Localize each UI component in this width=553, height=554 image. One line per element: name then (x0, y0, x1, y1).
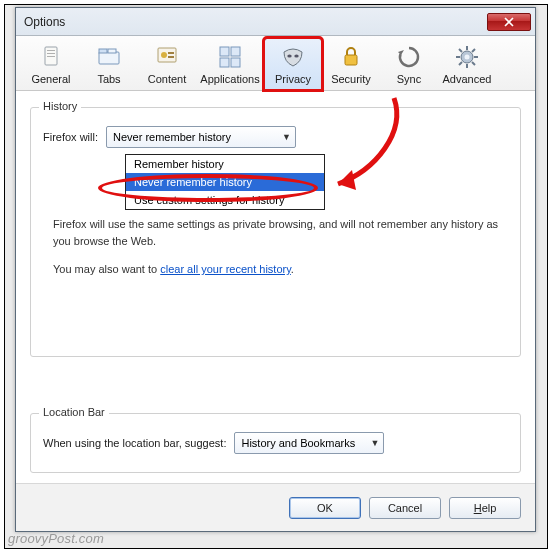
locationbar-group: Location Bar When using the location bar… (30, 413, 521, 473)
tab-label: Tabs (97, 73, 120, 85)
history-group: History Firefox will: Never remember his… (30, 107, 521, 357)
cancel-button[interactable]: Cancel (369, 497, 441, 519)
tab-sync[interactable]: Sync (380, 38, 438, 90)
svg-rect-2 (47, 53, 55, 54)
svg-rect-3 (47, 56, 55, 57)
history-legend: History (39, 100, 81, 112)
svg-line-26 (459, 62, 462, 65)
svg-point-19 (465, 55, 470, 60)
locationbar-legend: Location Bar (39, 406, 109, 418)
svg-point-16 (294, 54, 298, 57)
history-mode-combo[interactable]: Never remember history ▼ (106, 126, 296, 148)
close-icon (504, 17, 514, 27)
watermark: groovyPost.com (8, 531, 104, 546)
tab-advanced[interactable]: Advanced (438, 38, 496, 90)
apps-icon (216, 43, 244, 71)
tab-label: Security (331, 73, 371, 85)
svg-rect-1 (47, 50, 55, 51)
combo-value: History and Bookmarks (241, 437, 355, 449)
svg-rect-4 (99, 52, 119, 64)
svg-rect-6 (108, 49, 116, 53)
lock-icon (337, 43, 365, 71)
svg-rect-14 (231, 58, 240, 67)
svg-line-25 (472, 62, 475, 65)
window-title: Options (24, 15, 65, 29)
svg-rect-9 (168, 52, 174, 54)
svg-line-24 (459, 49, 462, 52)
history-description: Firefox will use the same settings as pr… (43, 216, 508, 278)
category-toolbar: General Tabs Content Applications Privac… (16, 36, 535, 91)
screenshot-frame: Options General Tabs Content (4, 4, 548, 549)
combo-value: Never remember history (113, 131, 231, 143)
tab-label: Applications (200, 73, 259, 85)
options-window: Options General Tabs Content (15, 7, 536, 532)
option-custom[interactable]: Use custom settings for history (126, 191, 324, 209)
tab-label: Advanced (443, 73, 492, 85)
svg-rect-10 (168, 56, 174, 58)
close-button[interactable] (487, 13, 531, 31)
svg-line-27 (472, 49, 475, 52)
tab-label: Sync (397, 73, 421, 85)
history-desc-text: Firefox will use the same settings as pr… (53, 216, 508, 249)
tabs-icon (95, 43, 123, 71)
chevron-down-icon: ▼ (282, 132, 291, 142)
svg-point-15 (287, 54, 291, 57)
gear-icon (453, 43, 481, 71)
tab-privacy[interactable]: Privacy (264, 38, 322, 90)
svg-rect-11 (220, 47, 229, 56)
option-never-remember[interactable]: Never remember history (126, 173, 324, 191)
tab-content[interactable]: Content (138, 38, 196, 90)
svg-rect-5 (99, 49, 107, 53)
locationbar-suggest-combo[interactable]: History and Bookmarks ▼ (234, 432, 384, 454)
tab-general[interactable]: General (22, 38, 80, 90)
tab-label: Content (148, 73, 187, 85)
tab-applications[interactable]: Applications (196, 38, 264, 90)
svg-point-8 (161, 52, 167, 58)
tab-security[interactable]: Security (322, 38, 380, 90)
history-desc-clear: You may also want to clear all your rece… (53, 261, 508, 278)
help-button[interactable]: Help (449, 497, 521, 519)
content-icon (153, 43, 181, 71)
doc-icon (37, 43, 65, 71)
titlebar: Options (16, 8, 535, 36)
tab-tabs[interactable]: Tabs (80, 38, 138, 90)
tab-label: General (31, 73, 70, 85)
clear-history-link[interactable]: clear all your recent history (160, 263, 291, 275)
sync-icon (395, 43, 423, 71)
mask-icon (279, 43, 307, 71)
history-mode-dropdown[interactable]: Remember history Never remember history … (125, 154, 325, 210)
svg-rect-17 (345, 55, 357, 65)
svg-rect-12 (231, 47, 240, 56)
history-mode-label: Firefox will: (43, 131, 98, 143)
option-remember[interactable]: Remember history (126, 155, 324, 173)
chevron-down-icon: ▼ (371, 438, 380, 448)
svg-rect-13 (220, 58, 229, 67)
ok-button[interactable]: OK (289, 497, 361, 519)
dialog-buttons: OK Cancel Help (16, 483, 535, 531)
tab-label: Privacy (275, 73, 311, 85)
locationbar-label: When using the location bar, suggest: (43, 437, 226, 449)
